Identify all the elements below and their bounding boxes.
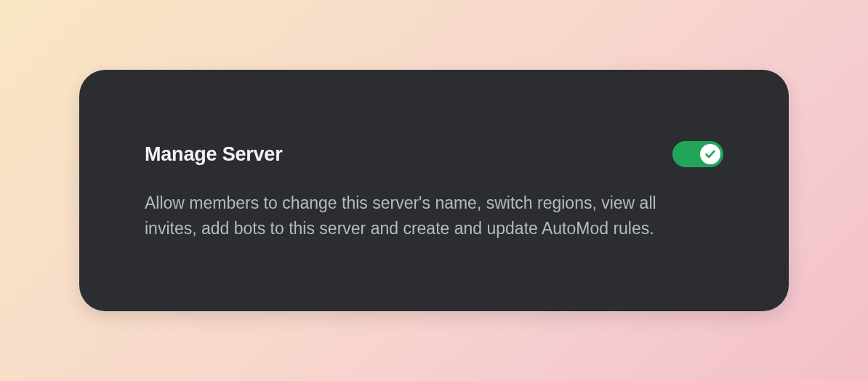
permission-header-row: Manage Server [145,141,723,167]
toggle-knob [700,144,720,164]
permission-description: Allow members to change this server's na… [145,190,704,241]
permission-card: Manage Server Allow members to change th… [79,70,789,311]
permission-title: Manage Server [145,143,283,166]
manage-server-toggle[interactable] [672,141,723,167]
check-icon [704,148,717,161]
